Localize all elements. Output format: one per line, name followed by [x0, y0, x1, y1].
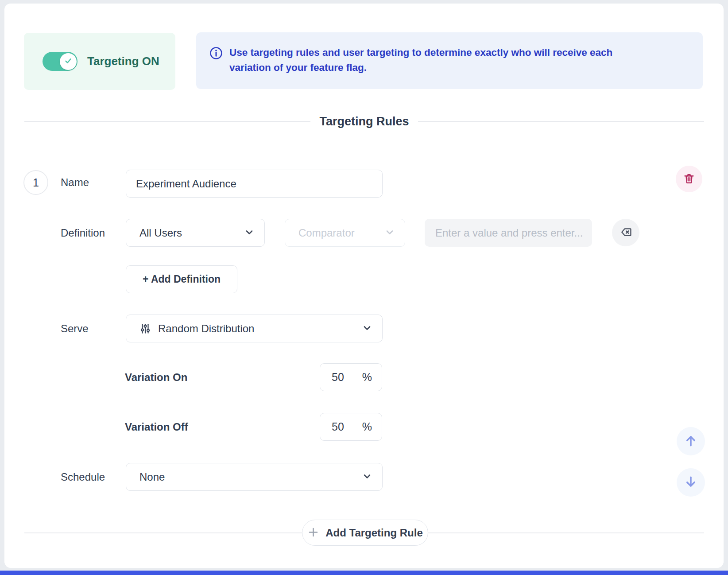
schedule-label: Schedule	[61, 463, 105, 491]
variation-off-value: 50	[332, 420, 344, 433]
arrow-up-icon	[684, 434, 698, 449]
toggle-knob	[60, 53, 77, 70]
move-rule-up-button[interactable]	[677, 427, 705, 455]
targeting-page: Targeting ON Use targeting rules and use…	[0, 0, 728, 575]
percent-sign: %	[362, 371, 372, 384]
schedule-select[interactable]: None	[126, 463, 383, 491]
sliders-icon	[139, 323, 151, 334]
backspace-icon	[620, 226, 632, 240]
bottom-accent-bar	[0, 571, 728, 575]
targeting-toggle[interactable]	[43, 52, 77, 71]
comparator-select[interactable]: Comparator	[285, 219, 405, 247]
chevron-down-icon	[384, 227, 395, 239]
rule-number: 1	[23, 170, 48, 195]
chevron-down-icon	[362, 322, 372, 335]
schedule-select-value: None	[139, 471, 362, 483]
rule-name-input[interactable]	[126, 170, 383, 198]
definition-label: Definition	[61, 219, 105, 247]
info-banner-line1: Use targeting rules and user targeting t…	[229, 45, 612, 60]
add-targeting-rule-label: Add Targeting Rule	[325, 527, 423, 539]
divider-left	[24, 121, 310, 122]
move-rule-down-button[interactable]	[677, 468, 705, 497]
divider-right	[418, 121, 704, 122]
targeting-card: Targeting ON Use targeting rules and use…	[4, 4, 724, 568]
variation-off-label: Variation Off	[125, 413, 188, 441]
section-title: Targeting Rules	[319, 115, 409, 128]
info-banner-text: Use targeting rules and user targeting t…	[229, 45, 612, 75]
trash-icon	[683, 172, 695, 186]
check-icon	[64, 56, 73, 67]
variation-on-input[interactable]: 50 %	[320, 363, 382, 391]
serve-label: Serve	[61, 315, 89, 342]
info-banner: Use targeting rules and user targeting t…	[196, 32, 703, 89]
chevron-down-icon	[362, 471, 372, 483]
plus-icon	[307, 526, 319, 540]
add-targeting-rule-button[interactable]: Add Targeting Rule	[302, 520, 428, 546]
targeting-toggle-box: Targeting ON	[24, 33, 175, 90]
name-label: Name	[61, 170, 89, 195]
serve-select[interactable]: Random Distribution	[126, 315, 383, 342]
chevron-down-icon	[244, 227, 255, 239]
variation-on-label: Variation On	[125, 363, 187, 391]
delete-rule-button[interactable]	[676, 166, 702, 192]
variation-on-value: 50	[332, 371, 344, 384]
info-icon	[209, 47, 223, 62]
percent-sign: %	[362, 420, 372, 433]
section-header: Targeting Rules	[24, 114, 704, 129]
add-definition-button[interactable]: + Add Definition	[126, 265, 237, 293]
variation-off-input[interactable]: 50 %	[320, 413, 382, 441]
info-banner-line2: variation of your feature flag.	[229, 60, 612, 75]
targeting-toggle-label: Targeting ON	[87, 54, 159, 68]
definition-value-input[interactable]	[425, 219, 592, 247]
serve-select-value: Random Distribution	[158, 322, 362, 335]
definition-select-value: All Users	[139, 227, 244, 239]
definition-select[interactable]: All Users	[126, 219, 265, 247]
comparator-select-placeholder: Comparator	[298, 227, 384, 239]
arrow-down-icon	[684, 475, 698, 490]
clear-definition-button[interactable]	[612, 219, 639, 246]
